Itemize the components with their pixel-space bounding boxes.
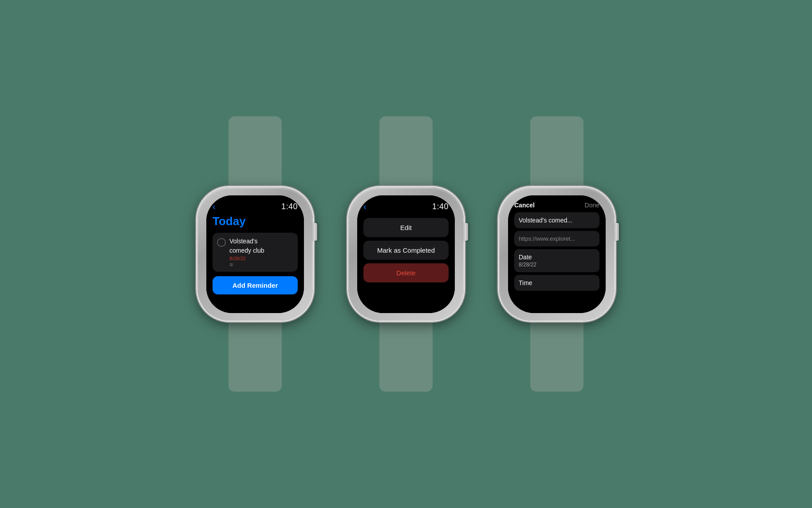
watch-3-screen-content: Cancel Done Volstead's comed... https://…	[508, 195, 606, 313]
time-field-label: Time	[519, 279, 595, 286]
watch-3-header: Cancel Done	[514, 202, 599, 209]
watch-1-crown	[312, 223, 317, 241]
reminder-notes-icon: ≡	[229, 262, 293, 267]
watch-2-screen-content: ‹ 1:40 Edit Mark as Completed Delete	[357, 195, 455, 313]
done-button[interactable]: Done	[585, 202, 599, 209]
name-field-value: Volstead's comed...	[519, 217, 595, 224]
cancel-button[interactable]: Cancel	[514, 202, 535, 209]
reminder-card[interactable]: Volstead's comedy club 8/28/22 ≡	[213, 233, 298, 272]
back-arrow-icon[interactable]: ‹	[213, 202, 216, 212]
watch-3: Cancel Done Volstead's comed... https://…	[499, 116, 615, 392]
time-field[interactable]: Time	[514, 275, 599, 291]
watch-2-header: ‹ 1:40	[363, 202, 449, 212]
reminder-title-line1: Volstead's	[229, 237, 293, 245]
delete-button[interactable]: Delete	[363, 263, 449, 282]
watch-3-crown	[614, 223, 619, 241]
watch-2-case: ‹ 1:40 Edit Mark as Completed Delete	[348, 187, 464, 321]
watch-1-band-bottom	[229, 321, 282, 392]
name-field[interactable]: Volstead's comed...	[514, 212, 599, 228]
watch-1-band-top	[229, 116, 282, 187]
watch-2-screen: ‹ 1:40 Edit Mark as Completed Delete	[357, 195, 455, 313]
date-field-value: 8/28/22	[519, 262, 595, 268]
watch-1-header: ‹ 1:40	[213, 202, 298, 212]
url-field-value: https://www.exploret...	[519, 235, 595, 242]
watch-1-time: 1:40	[281, 202, 298, 211]
watch-2: ‹ 1:40 Edit Mark as Completed Delete	[348, 116, 464, 392]
watch-2-crown	[463, 223, 468, 241]
reminder-title-line2: comedy club	[229, 246, 293, 254]
watch-2-back-arrow-icon[interactable]: ‹	[363, 202, 367, 212]
edit-button[interactable]: Edit	[363, 218, 449, 237]
watch-3-case: Cancel Done Volstead's comed... https://…	[499, 187, 615, 321]
watch-1-screen: ‹ 1:40 Today Volstead's comedy club 8/28…	[206, 195, 304, 313]
watch-2-band-bottom	[379, 321, 433, 392]
add-reminder-button[interactable]: Add Reminder	[213, 276, 298, 294]
reminder-text-block: Volstead's comedy club 8/28/22 ≡	[229, 237, 293, 268]
watch-2-time: 1:40	[432, 202, 449, 211]
watch-1-case: ‹ 1:40 Today Volstead's comedy club 8/28…	[197, 187, 313, 321]
watch-3-band-bottom	[530, 321, 583, 392]
watch-3-band-top	[530, 116, 583, 187]
mark-completed-button[interactable]: Mark as Completed	[363, 241, 449, 260]
date-field[interactable]: Date 8/28/22	[514, 249, 599, 272]
watch-1-screen-content: ‹ 1:40 Today Volstead's comedy club 8/28…	[206, 195, 304, 313]
watch-2-band-top	[379, 116, 433, 187]
watch-3-screen: Cancel Done Volstead's comed... https://…	[508, 195, 606, 313]
watch-1-title: Today	[213, 214, 298, 228]
reminder-checkbox[interactable]	[217, 238, 226, 247]
date-field-label: Date	[519, 254, 595, 261]
watch-1: ‹ 1:40 Today Volstead's comedy club 8/28…	[197, 116, 313, 392]
reminder-date: 8/28/22	[229, 256, 293, 261]
url-field[interactable]: https://www.exploret...	[514, 231, 599, 246]
